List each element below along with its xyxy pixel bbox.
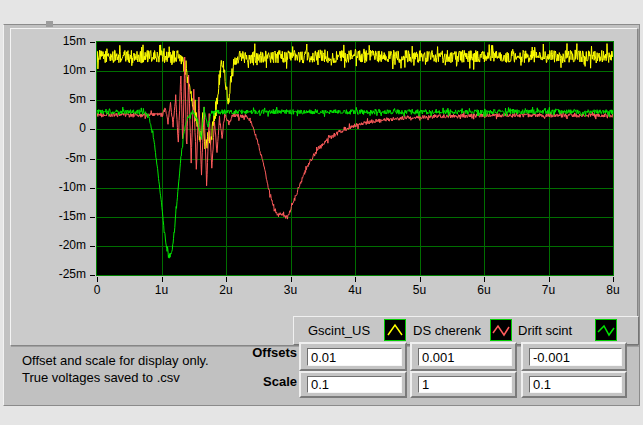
legend-swatch-gscint-us-icon[interactable] [384, 319, 406, 341]
plot-area [96, 41, 614, 276]
x-tick-label: 5u [407, 284, 433, 297]
y-tick-label: 15m [48, 35, 86, 48]
legend-label-gscint-us[interactable]: Gscint_US [308, 323, 370, 338]
y-tick-label: 5m [48, 93, 86, 106]
x-tick-mark [613, 277, 614, 282]
y-tick-mark [90, 217, 95, 218]
y-tick-mark [90, 129, 95, 130]
x-tick-mark [291, 277, 292, 282]
display-note-line2: True voltages saved to .csv [22, 369, 209, 386]
x-tick-label: 7u [536, 284, 562, 297]
x-tick-label: 0 [84, 284, 110, 297]
waveform-plot-canvas [97, 42, 613, 275]
plot-legend: Gscint_US DS cherenk Drift scint [293, 316, 639, 345]
offset-input-drift-scint[interactable] [529, 348, 622, 366]
scale-label: Scale [207, 374, 297, 389]
display-note-line1: Offset and scale for display only. [22, 352, 209, 369]
scale-field-frame-2 [410, 371, 517, 398]
front-panel-window: 15m10m5m0-5m-10m-15m-20m-25m 01u2u3u4u5u… [0, 0, 643, 425]
scale-input-drift-scint[interactable] [529, 376, 622, 393]
y-tick-mark [90, 159, 95, 160]
display-note: Offset and scale for display only. True … [22, 352, 209, 386]
gridlines [97, 42, 613, 275]
y-tick-mark [90, 42, 95, 43]
x-tick-label: 2u [213, 284, 239, 297]
y-tick-label: -5m [48, 152, 86, 165]
x-tick-mark [420, 277, 421, 282]
offsets-label: Offsets [207, 345, 297, 360]
x-tick-label: 4u [342, 284, 368, 297]
x-tick-label: 1u [149, 284, 175, 297]
x-tick-mark [549, 277, 550, 282]
x-tick-label: 8u [600, 284, 626, 297]
x-tick-mark [226, 277, 227, 282]
x-tick-mark [162, 277, 163, 282]
scale-field-frame-1 [299, 371, 407, 398]
x-tick-label: 3u [278, 284, 304, 297]
x-tick-mark [355, 277, 356, 282]
y-tick-label: 0 [48, 122, 86, 135]
legend-label-drift-scint[interactable]: Drift scint [518, 323, 572, 338]
y-tick-label: -10m [48, 181, 86, 194]
legend-swatch-drift-scint-icon[interactable] [595, 319, 617, 341]
scale-input-gscint-us[interactable] [307, 376, 402, 393]
scale-input-frame-3 [521, 371, 627, 398]
x-tick-label: 6u [471, 284, 497, 297]
panel-origin-marker [46, 21, 53, 27]
y-tick-mark [90, 100, 95, 101]
y-tick-label: -20m [48, 239, 86, 252]
scale-input-ds-cherenk[interactable] [418, 376, 512, 393]
x-tick-mark [484, 277, 485, 282]
y-tick-label: 10m [48, 64, 86, 77]
x-tick-mark [97, 277, 98, 282]
y-tick-mark [90, 71, 95, 72]
y-tick-label: -25m [48, 268, 86, 281]
offset-field-frame-1 [299, 342, 407, 371]
y-tick-label: -15m [48, 210, 86, 223]
y-tick-mark [90, 275, 95, 276]
offset-field-frame-3 [521, 342, 627, 371]
legend-label-ds-cherenk[interactable]: DS cherenk [413, 323, 481, 338]
y-tick-mark [90, 246, 95, 247]
offset-field-frame-2 [410, 342, 517, 371]
offset-input-ds-cherenk[interactable] [418, 348, 512, 366]
offset-input-gscint-us[interactable] [307, 348, 402, 366]
y-tick-mark [90, 188, 95, 189]
legend-swatch-ds-cherenk-icon[interactable] [490, 319, 512, 341]
